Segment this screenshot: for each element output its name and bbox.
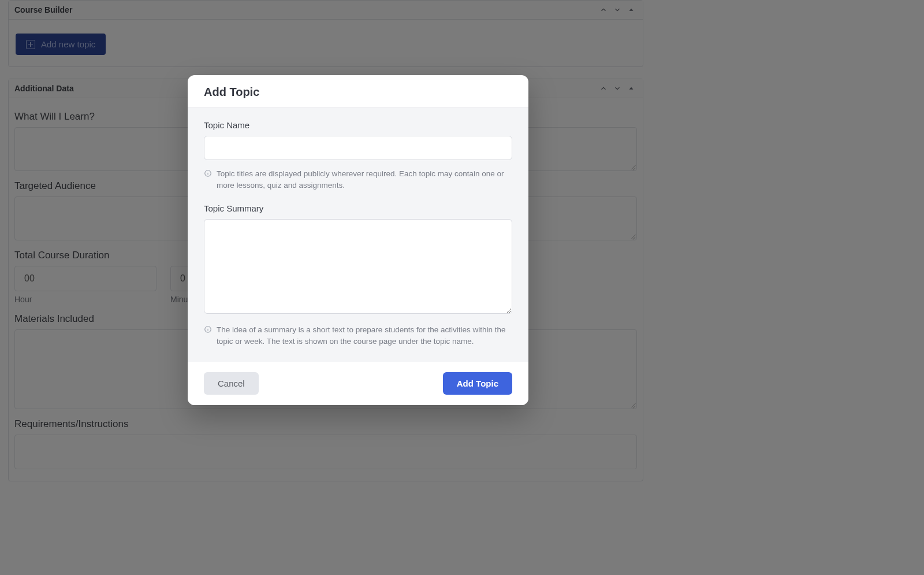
svg-point-7	[208, 328, 208, 328]
modal-title: Add Topic	[204, 86, 512, 99]
topic-name-label: Topic Name	[204, 120, 512, 130]
svg-point-4	[208, 172, 208, 172]
topic-summary-textarea[interactable]	[204, 219, 512, 314]
add-topic-modal: Add Topic Topic Name Topic titles are di…	[188, 75, 528, 405]
topic-summary-label: Topic Summary	[204, 203, 512, 213]
modal-header: Add Topic	[188, 75, 528, 107]
info-icon	[204, 325, 212, 333]
topic-name-hint: Topic titles are displayed publicly wher…	[217, 168, 512, 191]
modal-footer: Cancel Add Topic	[188, 362, 528, 405]
cancel-button[interactable]: Cancel	[204, 372, 259, 395]
info-icon	[204, 169, 212, 177]
topic-summary-hint: The idea of a summary is a short text to…	[217, 324, 512, 347]
topic-name-input[interactable]	[204, 136, 512, 160]
add-topic-button[interactable]: Add Topic	[443, 372, 512, 395]
modal-body: Topic Name Topic titles are displayed pu…	[188, 107, 528, 362]
